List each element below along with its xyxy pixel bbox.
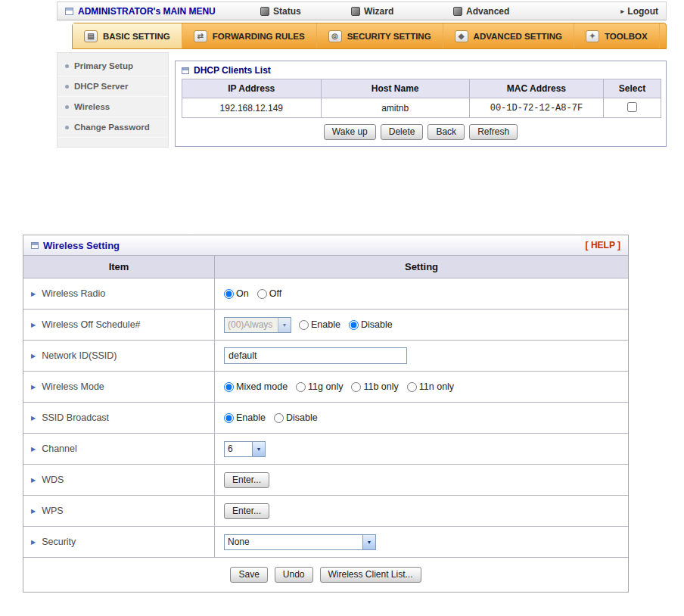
undo-button[interactable]: Undo: [275, 567, 313, 583]
tab-security-setting[interactable]: ◎ SECURITY SETTING: [317, 23, 443, 48]
wds-enter-button[interactable]: Enter...: [224, 472, 269, 488]
advanced-icon: [453, 7, 462, 16]
toolbox-icon: ✦: [586, 30, 599, 42]
mode-11b-radio[interactable]: [351, 382, 361, 392]
wireless-radio-on-option[interactable]: On: [224, 288, 249, 299]
row-label-ssid-broadcast: ▶ SSID Broadcast: [23, 403, 215, 434]
mode-mixed-radio[interactable]: [224, 382, 234, 392]
save-button[interactable]: Save: [230, 567, 267, 583]
option-label: 11b only: [363, 381, 398, 392]
dhcp-clients-table: IP Address Host Name MAC Address Select …: [182, 79, 661, 118]
refresh-button[interactable]: Refresh: [469, 124, 518, 140]
sidebar-item-change-password[interactable]: Change Password: [58, 117, 168, 138]
panel-window-icon: [31, 242, 39, 249]
tab-toolbox[interactable]: ✦ TOOLBOX: [574, 23, 660, 48]
status-label: Status: [273, 6, 301, 17]
schedule-select: (00)Always ▼: [224, 317, 291, 333]
delete-button[interactable]: Delete: [381, 124, 424, 140]
row-setting-wireless-off-schedule: (00)Always ▼ Enable Disable: [215, 310, 628, 341]
option-label: Mixed mode: [236, 381, 288, 392]
dhcp-panel-title: DHCP Clients List: [176, 61, 666, 79]
sidebar-item-wireless[interactable]: Wireless: [58, 97, 168, 117]
wps-enter-button[interactable]: Enter...: [224, 503, 269, 519]
tab-forwarding-rules[interactable]: ⇄ FORWARDING RULES: [182, 23, 317, 48]
menubar-item-advanced[interactable]: Advanced: [453, 2, 509, 20]
status-icon: [260, 7, 269, 16]
wireless-panel-title-text: Wireless Setting: [43, 240, 120, 251]
col-ip-address: IP Address: [182, 79, 322, 98]
cell-host-name: amitnb: [321, 98, 469, 118]
wireless-radio-off-option[interactable]: Off: [257, 288, 281, 299]
wireless-panel-title: Wireless Setting: [31, 240, 120, 251]
row-bullet-icon: ▶: [31, 508, 36, 515]
row-label-wireless-radio: ▶ Wireless Radio: [23, 278, 215, 310]
row-label-text: WPS: [42, 506, 63, 516]
help-link[interactable]: [ HELP ]: [586, 240, 620, 250]
row-label-channel: ▶ Channel: [23, 434, 215, 465]
col-host-name: Host Name: [321, 79, 469, 98]
row-setting-wireless-mode: Mixed mode 11g only 11b only 11n only: [215, 372, 628, 403]
main-menu-title: ADMINISTRATOR's MAIN MENU: [78, 6, 216, 17]
tab-basic-setting[interactable]: ▤ BASIC SETTING: [73, 23, 182, 48]
row-bullet-icon: ▶: [31, 539, 36, 546]
menubar-item-logout[interactable]: ▸ Logout: [620, 2, 658, 20]
row-label-security: ▶ Security: [23, 527, 215, 558]
broadcast-enable-radio[interactable]: [224, 413, 234, 423]
wake-up-button[interactable]: Wake up: [324, 124, 376, 140]
row-setting-channel: 6 ▼: [215, 434, 628, 465]
broadcast-disable-radio[interactable]: [274, 413, 284, 423]
bullet-icon: [65, 64, 69, 68]
schedule-enable-option[interactable]: Enable: [299, 319, 340, 330]
admin-header-section: ADMINISTRATOR's MAIN MENU Status Wizard …: [57, 2, 667, 150]
panel-window-icon: [182, 67, 189, 74]
mode-11g-radio[interactable]: [296, 382, 306, 392]
mode-11n-radio[interactable]: [407, 382, 417, 392]
wireless-client-list-button[interactable]: Wireless Client List...: [320, 567, 421, 583]
menubar-item-wizard[interactable]: Wizard: [351, 2, 393, 20]
row-bullet-icon: ▶: [31, 477, 36, 484]
row-setting-wds: Enter...: [215, 465, 628, 496]
sidebar: Primary Setup DHCP Server Wireless Chang…: [57, 52, 169, 148]
row-label-text: Wireless Off Schedule#: [42, 319, 140, 330]
tab-bar: ▤ BASIC SETTING ⇄ FORWARDING RULES ◎ SEC…: [72, 23, 667, 49]
mode-11n-option[interactable]: 11n only: [407, 381, 454, 392]
schedule-enable-radio[interactable]: [299, 320, 309, 330]
row-setting-security: None ▼: [215, 527, 628, 558]
tab-advanced-setting[interactable]: ◆ ADVANCED SETTING: [443, 23, 574, 48]
wireless-panel-titlebar: Wireless Setting [ HELP ]: [23, 235, 628, 256]
security-setting-icon: ◎: [328, 30, 342, 42]
sidebar-item-label: Change Password: [74, 123, 150, 132]
schedule-disable-option[interactable]: Disable: [349, 319, 393, 330]
menubar: ADMINISTRATOR's MAIN MENU Status Wizard …: [57, 2, 667, 20]
option-label: On: [236, 288, 249, 299]
advanced-label: Advanced: [466, 6, 509, 17]
security-select[interactable]: None ▼: [224, 534, 376, 550]
wireless-radio-on-radio[interactable]: [224, 289, 234, 299]
security-select-value: None: [225, 535, 362, 549]
broadcast-enable-option[interactable]: Enable: [224, 412, 266, 423]
tab-label: TOOLBOX: [605, 32, 648, 41]
channel-select[interactable]: 6 ▼: [224, 441, 266, 457]
row-label-text: Wireless Radio: [42, 288, 105, 299]
menubar-item-status[interactable]: Status: [260, 2, 301, 20]
mode-11b-option[interactable]: 11b only: [351, 381, 398, 392]
wireless-radio-off-radio[interactable]: [257, 289, 267, 299]
dropdown-arrow-icon: ▼: [252, 442, 265, 456]
row-bullet-icon: ▶: [31, 446, 36, 453]
sidebar-item-dhcp-server[interactable]: DHCP Server: [58, 76, 168, 97]
wireless-settings-table: Item Setting ▶ Wireless Radio On Off ▶ W…: [23, 256, 628, 558]
sidebar-item-primary-setup[interactable]: Primary Setup: [58, 56, 168, 76]
wireless-setting-panel: Wireless Setting [ HELP ] Item Setting ▶…: [23, 235, 629, 593]
broadcast-disable-option[interactable]: Disable: [274, 412, 318, 423]
row-bullet-icon: ▶: [31, 291, 36, 297]
ssid-input[interactable]: [224, 347, 407, 364]
mode-11g-option[interactable]: 11g only: [296, 381, 343, 392]
tab-label: SECURITY SETTING: [347, 32, 431, 41]
schedule-disable-radio[interactable]: [349, 320, 359, 330]
back-button[interactable]: Back: [428, 124, 465, 140]
sidebar-item-label: DHCP Server: [74, 82, 128, 91]
mode-mixed-option[interactable]: Mixed mode: [224, 381, 288, 392]
select-client-checkbox[interactable]: [627, 102, 637, 112]
option-label: Off: [269, 288, 281, 299]
row-bullet-icon: ▶: [31, 415, 36, 422]
